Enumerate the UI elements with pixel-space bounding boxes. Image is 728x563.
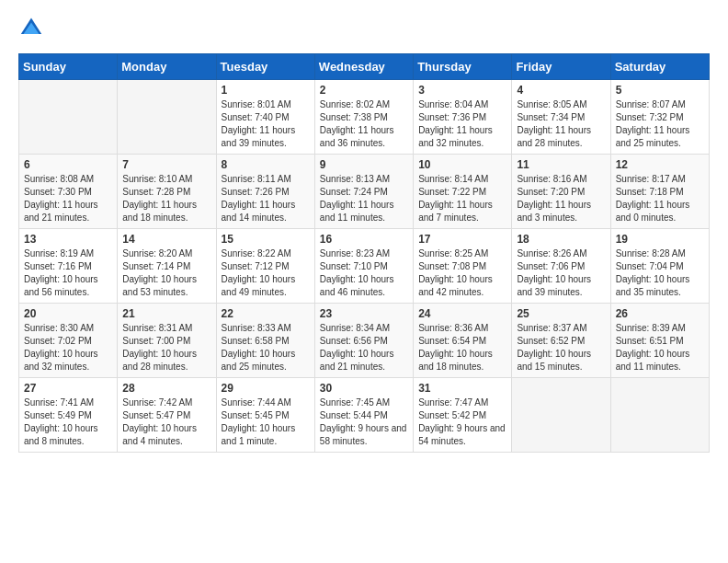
logo [18, 15, 50, 40]
day-info: Sunrise: 8:02 AMSunset: 7:38 PMDaylight:… [320, 98, 408, 150]
calendar-cell: 2Sunrise: 8:02 AMSunset: 7:38 PMDaylight… [314, 80, 413, 155]
day-number: 1 [222, 84, 310, 97]
day-info: Sunrise: 8:30 AMSunset: 7:02 PMDaylight:… [24, 322, 112, 373]
day-number: 21 [122, 307, 210, 320]
day-info: Sunrise: 8:01 AMSunset: 7:40 PMDaylight:… [222, 98, 310, 150]
calendar-cell: 5Sunrise: 8:07 AMSunset: 7:32 PMDaylight… [610, 80, 709, 155]
day-info: Sunrise: 8:04 AMSunset: 7:36 PMDaylight:… [418, 98, 506, 150]
day-info: Sunrise: 7:44 AMSunset: 5:45 PMDaylight:… [222, 396, 310, 448]
day-number: 18 [517, 233, 605, 246]
calendar-cell: 21Sunrise: 8:31 AMSunset: 7:00 PMDayligh… [118, 304, 216, 378]
day-number: 2 [320, 84, 408, 97]
day-number: 30 [320, 382, 408, 395]
calendar-week-row: 13Sunrise: 8:19 AMSunset: 7:16 PMDayligh… [19, 229, 710, 304]
logo-icon [18, 15, 44, 40]
calendar-weekday-sunday: Sunday [19, 54, 118, 80]
day-info: Sunrise: 8:39 AMSunset: 6:51 PMDaylight:… [616, 322, 704, 373]
calendar-cell: 30Sunrise: 7:45 AMSunset: 5:44 PMDayligh… [314, 378, 413, 453]
day-number: 9 [320, 158, 408, 171]
day-info: Sunrise: 8:13 AMSunset: 7:24 PMDaylight:… [320, 173, 408, 224]
day-info: Sunrise: 8:34 AMSunset: 6:56 PMDaylight:… [320, 322, 408, 373]
calendar-cell [512, 378, 610, 453]
day-number: 8 [222, 158, 310, 171]
calendar-cell: 25Sunrise: 8:37 AMSunset: 6:52 PMDayligh… [512, 304, 610, 378]
day-number: 31 [418, 382, 506, 395]
day-info: Sunrise: 8:16 AMSunset: 7:20 PMDaylight:… [517, 173, 605, 224]
day-info: Sunrise: 8:26 AMSunset: 7:06 PMDaylight:… [517, 247, 605, 299]
calendar-week-row: 6Sunrise: 8:08 AMSunset: 7:30 PMDaylight… [19, 155, 710, 229]
day-info: Sunrise: 8:33 AMSunset: 6:58 PMDaylight:… [222, 322, 310, 373]
calendar-cell: 22Sunrise: 8:33 AMSunset: 6:58 PMDayligh… [216, 304, 314, 378]
calendar-cell: 11Sunrise: 8:16 AMSunset: 7:20 PMDayligh… [512, 155, 610, 229]
day-number: 5 [616, 84, 704, 97]
day-number: 28 [122, 382, 210, 395]
calendar-cell: 8Sunrise: 8:11 AMSunset: 7:26 PMDaylight… [216, 155, 314, 229]
calendar-cell: 17Sunrise: 8:25 AMSunset: 7:08 PMDayligh… [414, 229, 512, 304]
day-number: 27 [24, 382, 112, 395]
calendar-cell: 13Sunrise: 8:19 AMSunset: 7:16 PMDayligh… [19, 229, 118, 304]
day-info: Sunrise: 8:17 AMSunset: 7:18 PMDaylight:… [616, 173, 704, 224]
day-number: 17 [418, 233, 506, 246]
day-number: 4 [517, 84, 605, 97]
calendar-cell: 15Sunrise: 8:22 AMSunset: 7:12 PMDayligh… [216, 229, 314, 304]
day-info: Sunrise: 8:31 AMSunset: 7:00 PMDaylight:… [122, 322, 210, 373]
calendar-cell: 20Sunrise: 8:30 AMSunset: 7:02 PMDayligh… [19, 304, 118, 378]
calendar-cell: 1Sunrise: 8:01 AMSunset: 7:40 PMDaylight… [216, 80, 314, 155]
calendar-cell: 16Sunrise: 8:23 AMSunset: 7:10 PMDayligh… [314, 229, 413, 304]
calendar-cell: 7Sunrise: 8:10 AMSunset: 7:28 PMDaylight… [118, 155, 216, 229]
day-info: Sunrise: 7:42 AMSunset: 5:47 PMDaylight:… [122, 396, 210, 448]
day-number: 23 [320, 307, 408, 320]
day-info: Sunrise: 8:25 AMSunset: 7:08 PMDaylight:… [418, 247, 506, 299]
day-number: 24 [418, 307, 506, 320]
day-info: Sunrise: 8:20 AMSunset: 7:14 PMDaylight:… [122, 247, 210, 299]
day-number: 22 [222, 307, 310, 320]
day-info: Sunrise: 8:08 AMSunset: 7:30 PMDaylight:… [24, 173, 112, 224]
day-number: 15 [222, 233, 310, 246]
calendar-header-row: SundayMondayTuesdayWednesdayThursdayFrid… [19, 54, 710, 80]
day-info: Sunrise: 8:05 AMSunset: 7:34 PMDaylight:… [517, 98, 605, 150]
calendar-week-row: 20Sunrise: 8:30 AMSunset: 7:02 PMDayligh… [19, 304, 710, 378]
day-number: 3 [418, 84, 506, 97]
calendar-weekday-thursday: Thursday [414, 54, 512, 80]
page: SundayMondayTuesdayWednesdayThursdayFrid… [0, 0, 728, 563]
day-number: 7 [122, 158, 210, 171]
day-number: 16 [320, 233, 408, 246]
calendar-cell [19, 80, 118, 155]
calendar-table: SundayMondayTuesdayWednesdayThursdayFrid… [18, 53, 710, 453]
day-info: Sunrise: 8:28 AMSunset: 7:04 PMDaylight:… [616, 247, 704, 299]
calendar-cell [610, 378, 709, 453]
day-info: Sunrise: 8:23 AMSunset: 7:10 PMDaylight:… [320, 247, 408, 299]
day-info: Sunrise: 8:37 AMSunset: 6:52 PMDaylight:… [517, 322, 605, 373]
day-number: 11 [517, 158, 605, 171]
day-info: Sunrise: 8:19 AMSunset: 7:16 PMDaylight:… [24, 247, 112, 299]
day-number: 13 [24, 233, 112, 246]
calendar-cell: 28Sunrise: 7:42 AMSunset: 5:47 PMDayligh… [118, 378, 216, 453]
calendar-cell: 23Sunrise: 8:34 AMSunset: 6:56 PMDayligh… [314, 304, 413, 378]
calendar-week-row: 27Sunrise: 7:41 AMSunset: 5:49 PMDayligh… [19, 378, 710, 453]
day-info: Sunrise: 7:45 AMSunset: 5:44 PMDaylight:… [320, 396, 408, 448]
day-number: 20 [24, 307, 112, 320]
calendar-cell: 12Sunrise: 8:17 AMSunset: 7:18 PMDayligh… [610, 155, 709, 229]
calendar-cell [118, 80, 216, 155]
calendar-weekday-saturday: Saturday [610, 54, 709, 80]
day-number: 26 [616, 307, 704, 320]
day-info: Sunrise: 7:47 AMSunset: 5:42 PMDaylight:… [418, 396, 506, 448]
day-number: 10 [418, 158, 506, 171]
day-number: 29 [222, 382, 310, 395]
calendar-weekday-tuesday: Tuesday [216, 54, 314, 80]
calendar-weekday-monday: Monday [118, 54, 216, 80]
calendar-cell: 31Sunrise: 7:47 AMSunset: 5:42 PMDayligh… [414, 378, 512, 453]
calendar-cell: 6Sunrise: 8:08 AMSunset: 7:30 PMDaylight… [19, 155, 118, 229]
calendar-week-row: 1Sunrise: 8:01 AMSunset: 7:40 PMDaylight… [19, 80, 710, 155]
calendar-cell: 24Sunrise: 8:36 AMSunset: 6:54 PMDayligh… [414, 304, 512, 378]
calendar-weekday-friday: Friday [512, 54, 610, 80]
day-number: 19 [616, 233, 704, 246]
calendar-cell: 14Sunrise: 8:20 AMSunset: 7:14 PMDayligh… [118, 229, 216, 304]
calendar-cell: 27Sunrise: 7:41 AMSunset: 5:49 PMDayligh… [19, 378, 118, 453]
day-info: Sunrise: 8:22 AMSunset: 7:12 PMDaylight:… [222, 247, 310, 299]
day-info: Sunrise: 8:11 AMSunset: 7:26 PMDaylight:… [222, 173, 310, 224]
day-info: Sunrise: 8:10 AMSunset: 7:28 PMDaylight:… [122, 173, 210, 224]
day-number: 6 [24, 158, 112, 171]
calendar-cell: 29Sunrise: 7:44 AMSunset: 5:45 PMDayligh… [216, 378, 314, 453]
calendar-cell: 10Sunrise: 8:14 AMSunset: 7:22 PMDayligh… [414, 155, 512, 229]
